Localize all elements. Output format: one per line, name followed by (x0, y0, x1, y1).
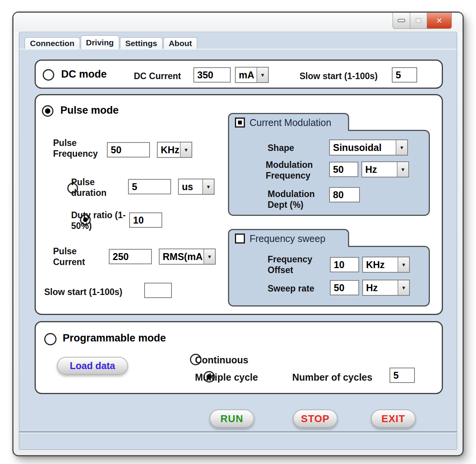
modulation-frequency-unit-combo[interactable]: Hz ▼ (361, 161, 409, 177)
shape-combo[interactable]: Sinusoidal ▼ (329, 139, 408, 156)
frequency-offset-input[interactable] (330, 257, 359, 272)
duty-ratio-input[interactable] (129, 212, 162, 228)
modulation-depth-input[interactable] (329, 187, 360, 202)
pulse-frequency-input[interactable] (107, 142, 150, 157)
current-modulation-checkbox[interactable] (235, 118, 245, 128)
modulation-depth-label: Modulation Dept (%) (268, 189, 329, 210)
pulse-current-unit-combo[interactable]: RMS(mA ▼ (159, 249, 216, 265)
dc-mode-title: DC mode (61, 68, 107, 80)
dropdown-arrow-icon[interactable]: ▼ (398, 280, 409, 295)
frequency-offset-label: Frequency Offset (268, 254, 325, 275)
dc-slow-start-label: Slow start (1-100s) (300, 71, 378, 81)
number-of-cycles-input[interactable] (389, 368, 415, 383)
minimize-button[interactable] (393, 13, 410, 29)
modulation-frequency-label: Modulation Frequency (266, 159, 323, 181)
dc-mode-groupbox: DC mode DC Current mA ▼ Slow start (1-10… (35, 60, 443, 89)
window-caption-buttons: ✕ (393, 13, 452, 29)
close-icon: ✕ (436, 16, 443, 25)
current-modulation-title: Current Modulation (250, 117, 331, 128)
pulse-frequency-unit-combo[interactable]: KHz ▼ (157, 142, 192, 158)
current-modulation-header: Current Modulation (228, 113, 349, 131)
pulse-mode-groupbox: Pulse mode Pulse Frequency KHz ▼ Pulse d… (35, 94, 443, 315)
dc-current-input[interactable] (193, 67, 231, 83)
pulse-slow-start-input[interactable] (144, 283, 172, 298)
dc-current-label: DC Current (134, 71, 181, 81)
programmable-mode-radio[interactable] (44, 333, 57, 345)
dropdown-arrow-icon[interactable]: ▼ (398, 257, 409, 272)
frequency-sweep-body: Frequency Offset KHz ▼ Sweep rate Hz ▼ (228, 246, 430, 307)
frequency-offset-unit-combo[interactable]: KHz ▼ (362, 257, 410, 273)
pulse-mode-title: Pulse mode (60, 104, 119, 116)
exit-button[interactable]: EXIT (371, 409, 416, 428)
load-data-button[interactable]: Load data (57, 357, 128, 375)
tab-about[interactable]: About (163, 37, 198, 49)
modulation-frequency-input[interactable] (329, 162, 358, 177)
sweep-rate-input[interactable] (330, 280, 359, 295)
programmable-mode-title: Programmable mode (63, 332, 166, 344)
action-button-row: RUN STOP EXIT (35, 409, 443, 429)
pulse-duration-label: Pulse duration (71, 177, 115, 198)
minimize-icon (398, 19, 405, 22)
number-of-cycles-label: Number of cycles (292, 371, 372, 383)
dropdown-arrow-icon[interactable]: ▼ (202, 179, 214, 194)
multiple-cycle-label: Multiple cycle (195, 371, 258, 383)
current-modulation-body: Shape Sinusoidal ▼ Modulation Frequency … (228, 130, 430, 216)
dropdown-arrow-icon[interactable]: ▼ (397, 162, 408, 177)
shape-label: Shape (268, 143, 294, 153)
dc-mode-radio[interactable] (43, 69, 54, 81)
pulse-frequency-label: Pulse Frequency (53, 138, 105, 159)
current-modulation-panel: Current Modulation Shape Sinusoidal ▼ Mo… (228, 113, 430, 230)
programmable-mode-groupbox: Programmable mode Load data Continuous M… (35, 321, 443, 394)
pulse-current-label: Pulse Current (53, 246, 97, 267)
tab-strip: Connection Driving Settings About (19, 32, 457, 49)
continuous-label: Continuous (195, 354, 248, 366)
maximize-button[interactable] (410, 13, 427, 29)
dropdown-arrow-icon[interactable]: ▼ (256, 68, 268, 82)
app-window: ✕ Connection Driving Settings About DC m… (12, 12, 464, 456)
dropdown-arrow-icon[interactable]: ▼ (180, 143, 191, 157)
sweep-rate-label: Sweep rate (268, 283, 314, 294)
run-button[interactable]: RUN (210, 409, 254, 428)
pulse-mode-radio[interactable] (42, 105, 53, 117)
pulse-duration-input[interactable] (128, 179, 171, 194)
pulse-slow-start-label: Slow start (1-100s) (44, 287, 122, 297)
frequency-sweep-panel: Frequency sweep Frequency Offset KHz ▼ S… (228, 229, 430, 308)
tab-connection[interactable]: Connection (25, 37, 80, 49)
sweep-rate-unit-combo[interactable]: Hz ▼ (362, 280, 410, 296)
frequency-sweep-checkbox[interactable] (235, 234, 245, 244)
dc-slow-start-input[interactable] (392, 67, 417, 83)
pulse-current-input[interactable] (109, 249, 152, 264)
duty-ratio-label: Duty ratio (1-50%) (71, 210, 127, 231)
frequency-sweep-header: Frequency sweep (228, 229, 349, 247)
maximize-icon (416, 18, 421, 23)
pulse-duration-unit-combo[interactable]: us ▼ (178, 179, 215, 195)
stop-button[interactable]: STOP (293, 409, 338, 428)
tab-settings[interactable]: Settings (120, 37, 163, 49)
dc-current-unit-combo[interactable]: mA ▼ (235, 67, 269, 83)
tab-control: Connection Driving Settings About DC mod… (19, 32, 457, 450)
tab-driving[interactable]: Driving (81, 35, 119, 50)
driving-tab-page: DC mode DC Current mA ▼ Slow start (1-10… (19, 49, 457, 433)
dropdown-arrow-icon[interactable]: ▼ (396, 140, 407, 155)
frequency-sweep-title: Frequency sweep (250, 233, 325, 244)
dropdown-arrow-icon[interactable]: ▼ (203, 249, 215, 264)
close-button[interactable]: ✕ (427, 13, 452, 29)
